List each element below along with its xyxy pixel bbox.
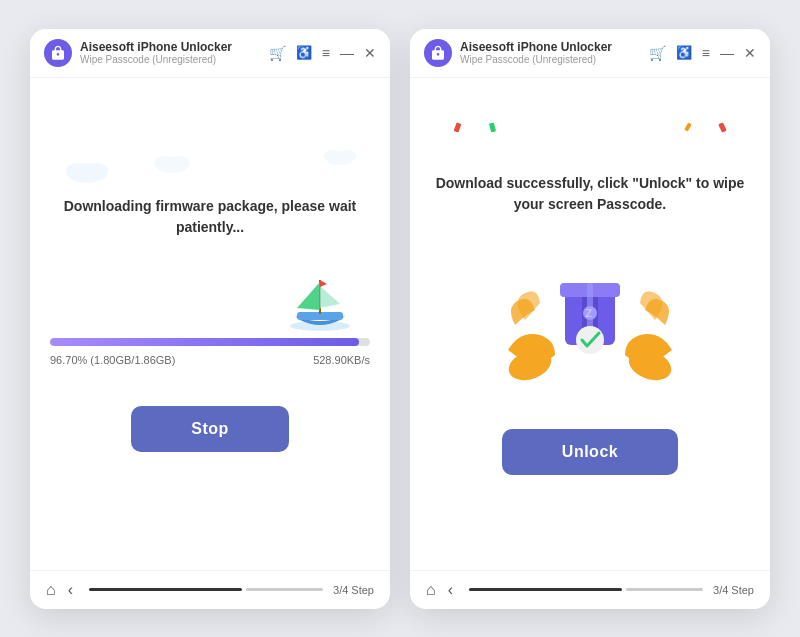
bottom-bar-2: ⌂ ‹ 3/4 Step: [410, 570, 770, 609]
svg-point-6: [326, 151, 354, 165]
svg-point-0: [67, 163, 107, 183]
app-icon-2: [424, 39, 452, 67]
success-illustration: Z: [500, 245, 680, 395]
progress-stats: 96.70% (1.80GB/1.86GB) 528.90KB/s: [50, 354, 370, 366]
progress-section: 96.70% (1.80GB/1.86GB) 528.90KB/s: [50, 338, 370, 366]
step-label-2: 3/4 Step: [713, 584, 754, 596]
home-icon-1[interactable]: ⌂: [46, 581, 56, 599]
bottom-bar-1: ⌂ ‹ 3/4 Step: [30, 570, 390, 609]
sailboat-illustration: [285, 268, 355, 333]
svg-point-8: [338, 150, 356, 162]
confetti-2: [489, 122, 496, 132]
app-sub-1: Wipe Passcode (Unregistered): [80, 54, 269, 65]
cloud-left: [60, 153, 115, 183]
download-speed: 528.90KB/s: [313, 354, 370, 366]
success-illustration-container: Z: [500, 245, 680, 399]
close-icon-2[interactable]: ✕: [744, 46, 756, 60]
svg-point-1: [66, 163, 90, 179]
progress-percent: 96.70% (1.80GB/1.86GB): [50, 354, 175, 366]
unlock-button[interactable]: Unlock: [502, 429, 678, 475]
content-2: Download successfully, click "Unlock" to…: [410, 78, 770, 570]
step-progress-2: [469, 588, 703, 591]
progress-line-active-2: [469, 588, 622, 591]
lock-icon-2: [430, 45, 446, 61]
menu-icon-2[interactable]: ≡: [702, 46, 710, 60]
app-sub-2: Wipe Passcode (Unregistered): [460, 54, 649, 65]
app-icon-1: [44, 39, 72, 67]
accessibility-icon-2[interactable]: ♿: [676, 46, 692, 59]
confetti-4: [718, 122, 726, 132]
lock-icon-1: [50, 45, 66, 61]
home-icon-2[interactable]: ⌂: [426, 581, 436, 599]
close-icon-1[interactable]: ✕: [364, 46, 376, 60]
svg-point-3: [156, 157, 188, 173]
title-bar-2: Aiseesoft iPhone Unlocker Wipe Passcode …: [410, 29, 770, 78]
sailboat-container: [50, 268, 370, 333]
window-downloading: Aiseesoft iPhone Unlocker Wipe Passcode …: [30, 29, 390, 609]
app-name-2: Aiseesoft iPhone Unlocker: [460, 40, 649, 54]
back-icon-1[interactable]: ‹: [68, 581, 73, 599]
cart-icon-1[interactable]: 🛒: [269, 46, 286, 60]
step-progress-1: [89, 588, 323, 591]
app-name-1: Aiseesoft iPhone Unlocker: [80, 40, 269, 54]
progress-bar-fill: [50, 338, 359, 346]
svg-point-4: [154, 156, 174, 170]
progress-line-inactive-1: [246, 588, 323, 591]
title-bar-1: Aiseesoft iPhone Unlocker Wipe Passcode …: [30, 29, 390, 78]
stop-button[interactable]: Stop: [131, 406, 289, 452]
back-icon-2[interactable]: ‹: [448, 581, 453, 599]
progress-line-inactive-2: [626, 588, 703, 591]
confetti-1: [454, 122, 462, 132]
content-1: Downloading firmware package, please wai…: [30, 78, 390, 570]
svg-point-7: [324, 150, 342, 162]
accessibility-icon-1[interactable]: ♿: [296, 46, 312, 59]
download-title: Downloading firmware package, please wai…: [50, 196, 370, 238]
title-text-2: Aiseesoft iPhone Unlocker Wipe Passcode …: [460, 40, 649, 65]
cloud-mid: [150, 148, 195, 173]
cart-icon-2[interactable]: 🛒: [649, 46, 666, 60]
window-controls-1: 🛒 ♿ ≡ — ✕: [269, 46, 376, 60]
title-text-1: Aiseesoft iPhone Unlocker Wipe Passcode …: [80, 40, 269, 65]
step-label-1: 3/4 Step: [333, 584, 374, 596]
confetti-3: [684, 122, 691, 131]
menu-icon-1[interactable]: ≡: [322, 46, 330, 60]
confetti-decoration: [410, 123, 770, 132]
window-success: Aiseesoft iPhone Unlocker Wipe Passcode …: [410, 29, 770, 609]
window-controls-2: 🛒 ♿ ≡ — ✕: [649, 46, 756, 60]
progress-bar-container: [50, 338, 370, 346]
svg-point-20: [576, 326, 604, 354]
svg-point-2: [84, 163, 108, 179]
minimize-icon-1[interactable]: —: [340, 46, 354, 60]
minimize-icon-2[interactable]: —: [720, 46, 734, 60]
progress-line-active-1: [89, 588, 242, 591]
svg-point-5: [170, 156, 190, 170]
success-title: Download successfully, click "Unlock" to…: [430, 173, 750, 215]
cloud-right: [320, 143, 360, 165]
